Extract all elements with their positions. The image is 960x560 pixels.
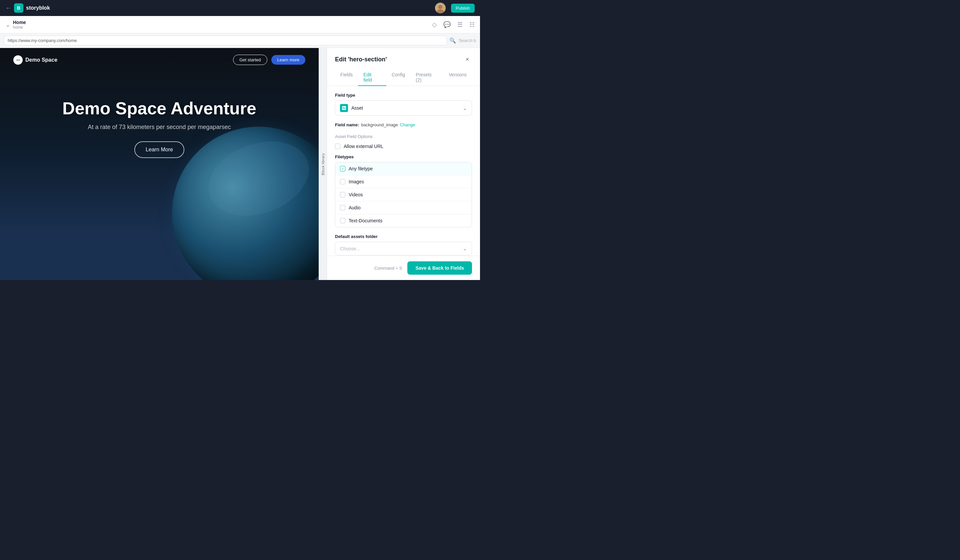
tab-edit-field[interactable]: Edit field [358, 69, 386, 86]
preview-area: ⸻ Demo Space Get started Learn more Demo… [0, 48, 318, 280]
svg-point-4 [343, 107, 344, 108]
default-folder-label: Default assets folder [335, 234, 472, 239]
home-chevron[interactable]: ⌄ [5, 21, 10, 28]
preview-nav-buttons: Get started Learn more [233, 55, 306, 65]
panel-title-row: Edit 'hero-section' × [335, 55, 472, 64]
filetype-text-checkbox [340, 218, 345, 223]
bookmark-icon[interactable]: ☷ [469, 21, 475, 28]
panel-header: Edit 'hero-section' × Fields Edit field … [327, 48, 480, 86]
logo-text: storyblok [26, 5, 50, 11]
folder-chevron-icon: ⌄ [462, 245, 467, 252]
field-name-row: Field name: background_image Change [335, 122, 472, 127]
field-type-chevron-icon: ⌄ [462, 105, 467, 111]
filetypes-container: ✓ Any filetype Images Videos Audio [335, 162, 472, 227]
keyboard-shortcut: Command + S [374, 266, 402, 270]
panel-tabs: Fields Edit field Config Presets (2) Ver… [335, 69, 472, 86]
topnav-right: Publish [435, 3, 475, 13]
asset-options-heading: Asset Field Options [335, 134, 472, 139]
diamond-icon[interactable]: ◇ [432, 21, 437, 28]
hero-subtitle: At a rate of 73 kilometers per second pe… [62, 124, 256, 131]
field-name-value: background_image [361, 122, 398, 127]
filetypes-label: Filetypes [335, 154, 472, 159]
hero-content: Demo Space Adventure At a rate of 73 kil… [62, 72, 256, 158]
filetype-videos[interactable]: Videos [335, 188, 472, 201]
get-started-button[interactable]: Get started [233, 55, 267, 65]
field-type-dropdown[interactable]: Asset ⌄ [335, 100, 472, 116]
field-name-key: Field name: [335, 122, 359, 127]
asset-icon [340, 104, 348, 112]
panel-title: Edit 'hero-section' [335, 56, 387, 63]
filetype-any[interactable]: ✓ Any filetype [335, 162, 472, 175]
field-name-change-link[interactable]: Change [400, 122, 415, 127]
filetype-videos-label: Videos [349, 192, 363, 197]
field-type-value: Asset [351, 105, 459, 110]
filetype-images-checkbox [340, 179, 345, 184]
filetype-images[interactable]: Images [335, 175, 472, 188]
logo-icon: B [14, 3, 23, 13]
block-library-label: Block library [321, 153, 325, 175]
svg-point-1 [438, 5, 442, 9]
folder-select-placeholder: Choose... [340, 246, 462, 251]
home-label: Home home [13, 20, 26, 30]
svg-point-2 [437, 9, 444, 13]
url-input[interactable] [4, 36, 446, 45]
preview-nav: ⸻ Demo Space Get started Learn more [0, 48, 318, 72]
url-bar: 🔍 Search b [0, 34, 480, 48]
block-library-tab[interactable]: Block library [318, 48, 327, 280]
avatar[interactable] [435, 3, 446, 13]
allow-external-label: Allow external URL [344, 144, 383, 149]
main-layout: ⸻ Demo Space Get started Learn more Demo… [0, 48, 480, 280]
tab-fields[interactable]: Fields [335, 69, 358, 86]
toolbar-icons: ◇ 💬 ☰ ☷ [432, 21, 475, 28]
search-icon[interactable]: 🔍 [450, 37, 456, 44]
home-slug: home [13, 25, 26, 30]
hero-title: Demo Space Adventure [62, 98, 256, 118]
allow-external-url-row[interactable]: Allow external URL [335, 144, 472, 149]
filetype-text-documents[interactable]: Text-Documents [335, 214, 472, 227]
tab-presets[interactable]: Presets (2) [410, 69, 443, 86]
allow-external-checkbox[interactable] [335, 144, 340, 149]
hero-section: ⸻ Demo Space Get started Learn more Demo… [0, 48, 318, 280]
save-back-button[interactable]: Save & Back to Fields [407, 261, 472, 275]
second-bar: ⌄ Home home ◇ 💬 ☰ ☷ [0, 16, 480, 34]
filetype-videos-checkbox [340, 192, 345, 197]
learn-more-button[interactable]: Learn More [134, 141, 184, 158]
back-button[interactable]: ← [5, 5, 11, 12]
publish-button[interactable]: Publish [451, 4, 475, 13]
tab-config[interactable]: Config [386, 69, 410, 86]
panel-body: Field type Asset ⌄ Field name: backgroun… [327, 86, 480, 256]
comment-icon[interactable]: 💬 [443, 21, 451, 28]
preview-nav-logo-text: Demo Space [25, 57, 57, 63]
folder-select-dropdown[interactable]: Choose... ⌄ [335, 242, 472, 255]
sliders-icon[interactable]: ☰ [457, 21, 462, 28]
field-type-label: Field type [335, 93, 472, 98]
logo: B storyblok [14, 3, 50, 13]
top-navigation: ← B storyblok Publish [0, 0, 480, 16]
filetype-audio[interactable]: Audio [335, 201, 472, 214]
preview-nav-logo: ⸻ Demo Space [13, 55, 57, 65]
filetype-any-label: Any filetype [349, 166, 373, 171]
tab-versions[interactable]: Versions [443, 69, 472, 86]
filetype-images-label: Images [349, 179, 364, 184]
search-text: Search b [459, 38, 476, 43]
right-panel: Edit 'hero-section' × Fields Edit field … [327, 48, 480, 280]
learn-more-nav-button[interactable]: Learn more [271, 55, 306, 65]
filetype-any-checkbox: ✓ [340, 166, 345, 171]
home-title: Home [13, 20, 26, 25]
panel-footer: Command + S Save & Back to Fields [327, 256, 480, 280]
preview-logo-icon: ⸻ [13, 55, 23, 65]
checkmark-icon: ✓ [341, 167, 344, 171]
filetype-audio-label: Audio [349, 205, 361, 210]
panel-close-button[interactable]: × [462, 55, 472, 64]
filetype-audio-checkbox [340, 205, 345, 210]
filetype-text-label: Text-Documents [349, 218, 382, 223]
